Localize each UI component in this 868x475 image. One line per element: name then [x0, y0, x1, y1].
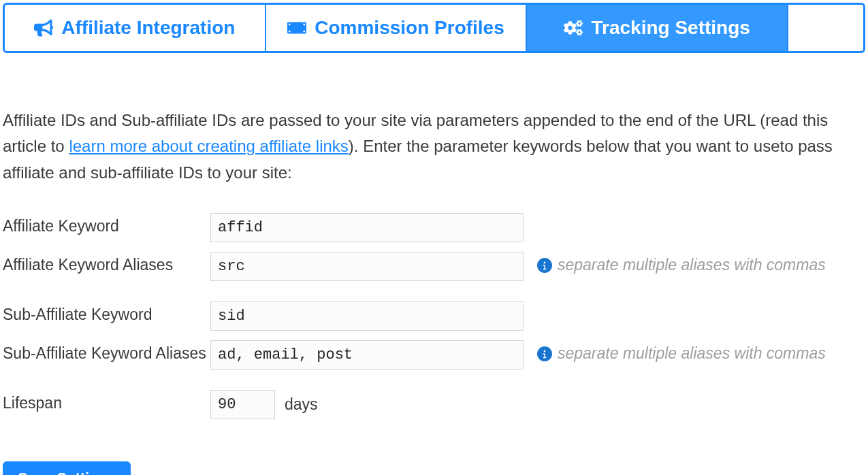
tab-tracking-settings[interactable]: Tracking Settings: [527, 5, 788, 51]
hint-text: separate multiple aliases with commas: [558, 344, 826, 363]
tab-label: Tracking Settings: [591, 17, 750, 39]
save-button[interactable]: Save Settings: [3, 461, 131, 475]
tabs-bar: Affiliate Integration Commission Profile…: [3, 3, 865, 53]
learn-more-link[interactable]: learn more about creating affiliate link…: [69, 137, 348, 155]
label-affiliate-aliases: Affiliate Keyword Aliases: [3, 252, 210, 274]
row-lifespan: Lifespan days: [3, 390, 865, 419]
tab-label: Commission Profiles: [315, 17, 504, 39]
info-icon: [537, 346, 552, 361]
tab-label: Affiliate Integration: [61, 17, 235, 39]
lifespan-unit: days: [275, 390, 318, 414]
tab-affiliate-integration[interactable]: Affiliate Integration: [5, 5, 266, 51]
sub-keyword-input[interactable]: [210, 301, 524, 331]
intro-text: Affiliate IDs and Sub-affiliate IDs are …: [3, 108, 865, 186]
settings-form: Affiliate Keyword Affiliate Keyword Alia…: [3, 213, 865, 419]
affiliate-keyword-input[interactable]: [210, 213, 524, 242]
affiliate-aliases-input[interactable]: [210, 252, 524, 281]
row-sub-keyword: Sub-Affiliate Keyword: [3, 301, 865, 331]
sub-aliases-input[interactable]: [210, 340, 524, 370]
row-affiliate-keyword: Affiliate Keyword: [3, 213, 865, 242]
money-icon: [287, 18, 306, 37]
bullhorn-icon: [34, 18, 53, 37]
tab-commission-profiles[interactable]: Commission Profiles: [266, 5, 528, 51]
label-lifespan: Lifespan: [3, 390, 210, 412]
label-sub-aliases: Sub-Affiliate Keyword Aliases: [3, 340, 210, 363]
tab-spacer: [788, 5, 863, 51]
info-icon: [537, 258, 552, 273]
label-sub-keyword: Sub-Affiliate Keyword: [3, 301, 210, 324]
row-sub-aliases: Sub-Affiliate Keyword Aliases separate m…: [3, 340, 865, 370]
label-affiliate-keyword: Affiliate Keyword: [3, 213, 210, 235]
row-affiliate-aliases: Affiliate Keyword Aliases separate multi…: [3, 252, 865, 281]
hint-text: separate multiple aliases with commas: [558, 256, 826, 274]
gears-icon: [564, 18, 583, 37]
lifespan-input[interactable]: [210, 390, 275, 419]
